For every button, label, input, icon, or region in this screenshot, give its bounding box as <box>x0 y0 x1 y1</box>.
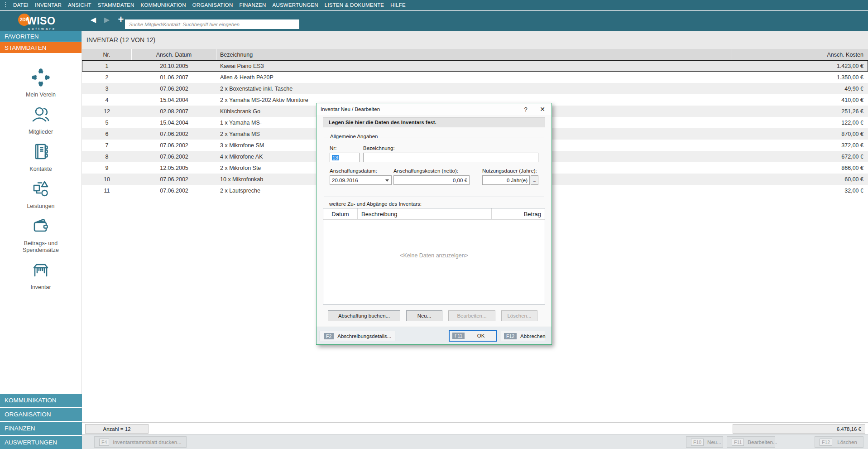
sidebar-section-organisation[interactable]: ORGANISATION <box>0 408 82 421</box>
chevron-down-icon <box>385 179 389 182</box>
sidebar-item-mein-verein[interactable]: Mein Verein <box>26 67 56 98</box>
sidebar-section-favoriten[interactable]: FAVORITEN <box>0 31 82 42</box>
sidebar-section-finanzen[interactable]: FINANZEN <box>0 422 82 435</box>
cell-kosten: 866,00 € <box>732 162 868 174</box>
column-header-datum[interactable]: Ansch. Datum <box>132 49 216 60</box>
grip-dots-icon <box>5 2 6 8</box>
sidebar-item-beitrags[interactable]: Beitrags- und Spendensätze <box>7 216 75 254</box>
menu-item[interactable]: ORGANISATION <box>189 0 236 10</box>
search-input[interactable] <box>125 19 299 29</box>
cell-kosten: 672,00 € <box>732 151 868 162</box>
logo-name: WISO <box>27 15 55 27</box>
sidebar-item-mitglieder[interactable]: Mitglieder <box>29 104 53 135</box>
cell-datum: 02.08.2007 <box>132 106 216 117</box>
table-row[interactable]: 3 07.06.2002 2 x Boxenstative inkl. Tasc… <box>82 83 868 94</box>
abschaffung-buchen-button[interactable]: Abschaffung buchen... <box>328 310 400 321</box>
nutzungsdauer-value: 0 Jahr(e) <box>507 178 528 183</box>
sidebar-item-kontakte[interactable]: Kontakte <box>29 141 52 173</box>
row-count: Anzahl = 12 <box>85 424 149 434</box>
menu-item[interactable]: KOMMUNIKATION <box>138 0 189 10</box>
add-icon[interactable]: + <box>116 14 126 24</box>
ok-button[interactable]: F11 OK <box>449 330 497 342</box>
dialog-title-bar: Inventar Neu / Bearbeiten ? ✕ <box>317 103 551 115</box>
zugaenge-list-label: weitere Zu- und Abgänge des Inventars: <box>329 201 422 207</box>
kontakte-icon <box>30 141 51 166</box>
app-logo: 2DF WISO software <box>18 12 77 31</box>
nr-field[interactable]: 13 <box>330 153 360 162</box>
list-loeschen-button[interactable]: Löschen... <box>501 310 537 321</box>
page-title: INVENTAR (12 VON 12) <box>82 31 868 49</box>
cell-datum: 01.06.2007 <box>132 72 216 83</box>
cell-datum: 07.06.2002 <box>132 128 216 140</box>
cost-sum: 6.478,16 € <box>733 424 865 434</box>
menu-item[interactable]: ANSICHT <box>65 0 95 10</box>
more-options-button[interactable]: ... <box>531 175 538 185</box>
cell-datum: 15.04.2004 <box>132 117 216 128</box>
list-column-betrag[interactable]: Betrag <box>492 208 545 219</box>
cancel-button[interactable]: F12 Abbrechen <box>500 331 545 341</box>
cell-kosten: 60,00 € <box>732 174 868 185</box>
menu-item[interactable]: LISTEN & DOKUMENTE <box>321 0 387 10</box>
inventar-icon <box>30 260 51 284</box>
cell-datum: 07.06.2002 <box>132 174 216 185</box>
cell-kosten: 1.350,00 € <box>732 72 868 83</box>
sidebar-item-inventar[interactable]: Inventar <box>30 260 51 291</box>
dialog-instruction: Legen Sie hier die Daten des Inventars f… <box>323 117 545 127</box>
back-arrow-icon[interactable]: ◀ <box>89 15 98 24</box>
menu-bar: DATEI INVENTAR ANSICHT STAMMDATEN KOMMUN… <box>0 0 868 10</box>
f10-key-badge: F10 <box>691 439 704 446</box>
f12-key-badge: F12 <box>820 439 832 446</box>
leistungen-icon <box>30 179 51 203</box>
menu-item[interactable]: INVENTAR <box>32 0 65 10</box>
dialog-list-buttons: Abschaffung buchen... Neu... Bearbeiten.… <box>328 310 537 321</box>
bezeichnung-label: Bezeichnung: <box>363 145 538 151</box>
mitglieder-icon <box>30 104 51 129</box>
sidebar-item-label: Mitglieder <box>29 129 53 135</box>
beitrags-spendensaetze-icon <box>30 216 51 240</box>
sidebar-item-leistungen[interactable]: Leistungen <box>27 179 54 210</box>
zugaenge-list: Datum Beschreibung Betrag <Keine Daten a… <box>323 208 545 304</box>
forward-arrow-icon[interactable]: ▶ <box>102 15 111 24</box>
close-icon[interactable]: ✕ <box>533 106 551 113</box>
anschaffungskosten-field[interactable]: 0,00 € <box>393 175 470 185</box>
table-row[interactable]: 2 01.06.2007 Allen & Heath PA20P 1.350,0… <box>82 72 868 83</box>
edit-button[interactable]: F11 Bearbeiten... <box>727 436 775 448</box>
list-column-beschreibung[interactable]: Beschreibung <box>358 208 492 219</box>
cell-kosten: 372,00 € <box>732 140 868 151</box>
sidebar: FAVORITEN STAMMDATEN Mein Verein <box>0 31 82 449</box>
menu-item[interactable]: FINANZEN <box>236 0 269 10</box>
bezeichnung-field[interactable] <box>363 153 538 162</box>
cell-datum: 20.10.2005 <box>132 60 216 72</box>
column-header-nr[interactable]: Nr. <box>82 49 132 60</box>
list-neu-button[interactable]: Neu... <box>406 310 442 321</box>
new-button[interactable]: F10 Neu... <box>686 436 723 448</box>
print-inventory-button[interactable]: F4 Inventarstammblatt drucken... <box>94 436 187 448</box>
column-header-bezeichnung[interactable]: Bezeichnung <box>216 49 732 60</box>
inventar-dialog: Inventar Neu / Bearbeiten ? ✕ Legen Sie … <box>316 103 552 345</box>
sidebar-section-stammdaten[interactable]: STAMMDATEN <box>0 42 82 53</box>
delete-button[interactable]: F12 Löschen <box>815 436 863 448</box>
abschreibungsdetails-button[interactable]: F2 Abschreibungsdetails... <box>320 331 395 341</box>
anschaffungsdatum-select[interactable]: 20.09.2016 <box>330 175 392 185</box>
menu-item[interactable]: AUSWERTUNGEN <box>269 0 321 10</box>
help-icon[interactable]: ? <box>518 106 533 113</box>
sidebar-section-auswertungen[interactable]: AUSWERTUNGEN <box>0 436 82 449</box>
list-bearbeiten-button[interactable]: Bearbeiten... <box>448 310 495 321</box>
column-header-kosten[interactable]: Ansch. Kosten <box>732 49 868 60</box>
f11-key-badge: F11 <box>452 333 465 339</box>
logo-subtitle: software <box>28 27 56 31</box>
cell-kosten: 32,00 € <box>732 185 868 196</box>
menu-item[interactable]: DATEI <box>10 0 32 10</box>
list-column-datum[interactable]: Datum <box>323 208 358 219</box>
nutzungsdauer-field[interactable]: 0 Jahr(e) <box>482 175 530 185</box>
cell-datum: 07.06.2002 <box>132 83 216 94</box>
menu-item[interactable]: HILFE <box>387 0 409 10</box>
sidebar-section-kommunikation[interactable]: KOMMUNIKATION <box>0 394 82 407</box>
dialog-footer: F2 Abschreibungsdetails... F11 OK F12 Ab… <box>317 327 551 344</box>
menu-item[interactable]: STAMMDATEN <box>95 0 138 10</box>
cell-kosten: 251,26 € <box>732 106 868 117</box>
sidebar-item-label: Beitrags- und Spendensätze <box>7 240 75 254</box>
dialog-title: Inventar Neu / Bearbeiten <box>321 106 518 112</box>
table-row[interactable]: 1 20.10.2005 Kawai Piano ES3 1.423,00 € <box>82 60 868 72</box>
cell-kosten: 870,00 € <box>732 128 868 140</box>
